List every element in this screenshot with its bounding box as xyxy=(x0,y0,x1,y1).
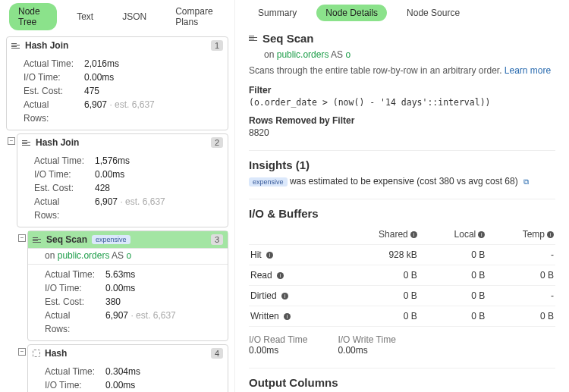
output-cols-heading: Output Columns xyxy=(249,376,555,389)
tab-text[interactable]: Text xyxy=(68,8,102,25)
tab-node-source[interactable]: Node Source xyxy=(398,5,469,21)
node-4[interactable]: − Hash 4 Actual Time:0.304ms I/O Time:0.… xyxy=(27,344,228,392)
insights-heading: Insights (1) xyxy=(249,158,555,171)
node-1[interactable]: Hash Join 1 Actual Time:2,016ms I/O Time… xyxy=(6,36,228,130)
collapse-icon[interactable]: − xyxy=(18,234,26,242)
collapse-icon[interactable]: − xyxy=(8,137,15,145)
info-icon[interactable]: i xyxy=(266,252,273,259)
collapse-icon[interactable]: − xyxy=(18,348,26,356)
detail-title: Seq Scan xyxy=(249,32,555,45)
info-icon[interactable]: i xyxy=(277,272,284,279)
info-icon[interactable]: i xyxy=(410,231,417,238)
tab-node-details[interactable]: Node Details xyxy=(316,5,387,21)
external-link-icon[interactable]: ⧉ xyxy=(523,177,529,186)
filter-expr: (o.order_date > (now() - '14 days'::inte… xyxy=(249,97,555,108)
node-number: 1 xyxy=(211,40,223,51)
rows-removed-label: Rows Removed by Filter xyxy=(249,115,555,126)
tab-summary[interactable]: Summary xyxy=(249,5,306,21)
node-title: Hash Join xyxy=(25,40,68,51)
tab-json[interactable]: JSON xyxy=(113,8,156,25)
info-icon[interactable]: i xyxy=(478,231,485,238)
seq-scan-icon xyxy=(249,34,258,43)
node-2[interactable]: − Hash Join 2 Actual Time:1,576ms I/O Ti… xyxy=(17,133,228,227)
io-heading: I/O & Buffers xyxy=(249,207,555,220)
filter-label: Filter xyxy=(249,85,555,96)
expensive-badge: expensive xyxy=(92,235,130,244)
insight-row: expensive was estimated to be expensive … xyxy=(249,176,555,187)
detail-description: Scans through the entire table row-by-ro… xyxy=(249,64,555,77)
detail-relation: on public.orders AS o xyxy=(249,49,555,60)
learn-more-link[interactable]: Learn more xyxy=(505,65,551,76)
rows-removed-value: 8820 xyxy=(249,127,555,138)
left-tabs: Node Tree Text JSON Compare Plans xyxy=(6,3,228,30)
tab-node-tree[interactable]: Node Tree xyxy=(9,3,57,30)
expensive-badge: expensive xyxy=(249,177,288,187)
hash-join-icon xyxy=(11,41,20,50)
hash-join-icon xyxy=(22,138,31,147)
node-3[interactable]: − Seq Scan expensive 3 on public.orders … xyxy=(27,230,228,341)
hash-icon xyxy=(33,350,40,357)
io-buffers-table: Sharedi Locali Tempi Hit i928 kB0 B-Read… xyxy=(249,224,555,327)
info-icon[interactable]: i xyxy=(281,293,288,299)
info-icon[interactable]: i xyxy=(284,313,291,320)
seq-scan-icon xyxy=(33,235,42,244)
right-tabs: Summary Node Details Node Source xyxy=(249,5,555,21)
info-icon[interactable]: i xyxy=(547,231,554,238)
tab-compare[interactable]: Compare Plans xyxy=(166,3,228,30)
